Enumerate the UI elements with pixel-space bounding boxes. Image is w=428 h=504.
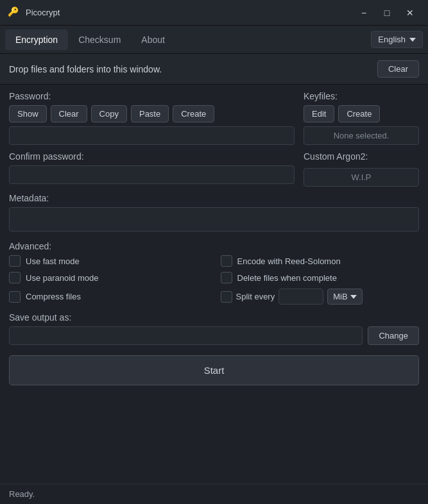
start-section: Start xyxy=(0,349,428,389)
paranoid-mode-row: Use paranoid mode xyxy=(9,272,208,283)
mib-selector[interactable]: MiB xyxy=(327,289,362,305)
mib-value: MiB xyxy=(333,292,347,301)
tab-about[interactable]: About xyxy=(131,29,175,50)
paranoid-mode-label: Use paranoid mode xyxy=(26,273,98,283)
status-bar: Ready. xyxy=(0,483,428,504)
window-controls: − □ ✕ xyxy=(354,4,420,22)
custom-argon2-label: Custom Argon2: xyxy=(304,151,419,162)
compress-files-label: Compress files xyxy=(26,292,81,301)
reed-solomon-checkbox[interactable] xyxy=(221,255,232,267)
language-value: English xyxy=(378,35,406,44)
tab-encryption[interactable]: Encryption xyxy=(5,29,68,50)
delete-files-checkbox[interactable] xyxy=(221,272,232,283)
split-checkbox[interactable] xyxy=(221,291,232,303)
password-section: Password: Show Clear Copy Paste Create K… xyxy=(0,85,428,147)
language-selector[interactable]: English xyxy=(371,31,423,48)
delete-files-row: Delete files when complete xyxy=(221,272,420,283)
password-buttons: Show Clear Copy Paste Create xyxy=(9,105,295,122)
reed-solomon-row: Encode with Reed-Solomon xyxy=(221,255,420,267)
compress-files-row: Compress files xyxy=(9,289,208,305)
password-label: Password: xyxy=(9,91,295,101)
fast-mode-checkbox[interactable] xyxy=(9,255,21,267)
save-output-label: Save output as: xyxy=(9,312,419,323)
advanced-section: Advanced: Use fast mode Encode with Reed… xyxy=(0,237,428,308)
start-button[interactable]: Start xyxy=(9,355,419,385)
metadata-section: Metadata: xyxy=(0,189,428,237)
maximize-button[interactable]: □ xyxy=(377,4,397,22)
save-output-input[interactable] xyxy=(9,326,363,345)
advanced-label: Advanced: xyxy=(9,241,419,251)
clear-password-button[interactable]: Clear xyxy=(51,105,87,122)
custom-argon2-button[interactable]: W.I.P xyxy=(304,168,419,187)
minimize-button[interactable]: − xyxy=(354,4,374,22)
close-button[interactable]: ✕ xyxy=(400,4,420,22)
compress-files-checkbox[interactable] xyxy=(9,291,21,303)
create-keyfile-button[interactable]: Create xyxy=(338,105,380,122)
save-output-section: Save output as: Change xyxy=(0,308,428,349)
metadata-input[interactable] xyxy=(9,207,419,231)
fast-mode-label: Use fast mode xyxy=(26,256,80,266)
create-password-button[interactable]: Create xyxy=(173,105,214,122)
change-output-button[interactable]: Change xyxy=(368,326,419,345)
metadata-label: Metadata: xyxy=(9,193,419,203)
app-icon: 🔑 xyxy=(8,6,21,19)
paste-password-button[interactable]: Paste xyxy=(131,105,169,122)
clear-files-button[interactable]: Clear xyxy=(377,60,419,78)
keyfiles-none-selected: None selected. xyxy=(304,126,419,145)
keyfiles-buttons: Edit Create xyxy=(304,105,419,122)
split-row: Split every MiB xyxy=(221,289,420,305)
copy-password-button[interactable]: Copy xyxy=(91,105,127,122)
split-input[interactable] xyxy=(278,289,323,305)
password-input[interactable] xyxy=(9,126,295,145)
fast-mode-row: Use fast mode xyxy=(9,255,208,267)
drop-zone-text: Drop files and folders into this window. xyxy=(9,64,162,74)
confirm-password-input[interactable] xyxy=(9,165,295,184)
keyfiles-label: Keyfiles: xyxy=(304,91,419,101)
show-password-button[interactable]: Show xyxy=(9,105,47,122)
tab-bar: Encryption Checksum About English xyxy=(0,26,428,54)
edit-keyfiles-button[interactable]: Edit xyxy=(304,105,334,122)
confirm-password-label: Confirm password: xyxy=(9,151,295,162)
reed-solomon-label: Encode with Reed-Solomon xyxy=(237,256,341,266)
paranoid-mode-checkbox[interactable] xyxy=(9,272,21,283)
chevron-down-icon xyxy=(350,295,357,299)
delete-files-label: Delete files when complete xyxy=(237,273,337,283)
confirm-password-section: Confirm password: Custom Argon2: W.I.P xyxy=(0,147,428,189)
status-text: Ready. xyxy=(9,489,35,499)
app-title: Picocrypt xyxy=(26,8,354,17)
title-bar: 🔑 Picocrypt − □ ✕ xyxy=(0,0,428,26)
save-output-row: Change xyxy=(9,326,419,345)
split-label: Split every xyxy=(236,292,275,301)
drop-zone[interactable]: Drop files and folders into this window.… xyxy=(0,54,428,85)
chevron-down-icon xyxy=(409,38,416,42)
advanced-grid: Use fast mode Encode with Reed-Solomon U… xyxy=(9,255,419,305)
tab-checksum[interactable]: Checksum xyxy=(68,29,131,50)
